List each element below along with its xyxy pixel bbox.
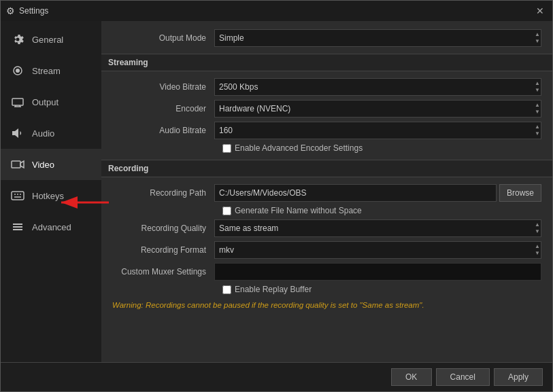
audio-bitrate-select[interactable]: 160 <box>214 122 541 139</box>
sidebar-item-hotkeys[interactable]: Hotkeys <box>1 180 101 211</box>
replay-buffer-label[interactable]: Enable Replay Buffer <box>222 285 312 294</box>
advanced-icon <box>10 219 25 234</box>
sidebar-label-general: General <box>32 35 63 45</box>
recording-quality-select-wrapper: Same as stream ▲ ▼ <box>214 219 541 237</box>
recording-format-select-wrapper: mkv ▲ ▼ <box>214 241 541 259</box>
output-mode-select[interactable]: Simple <box>214 29 541 47</box>
sidebar-label-output: Output <box>32 97 58 107</box>
audio-icon <box>10 126 25 141</box>
video-icon <box>10 157 25 172</box>
sidebar-item-audio[interactable]: Audio <box>1 118 101 149</box>
sidebar-item-general[interactable]: General <box>1 24 101 55</box>
hotkeys-icon <box>10 188 25 203</box>
advanced-encoder-label[interactable]: Enable Advanced Encoder Settings <box>222 143 363 153</box>
streaming-section-header: Streaming <box>101 54 552 71</box>
svg-rect-3 <box>12 192 24 200</box>
output-icon <box>10 94 25 109</box>
recording-quality-row: Recording Quality Same as stream ▲ ▼ <box>112 219 541 237</box>
warning-text: Warning: Recordings cannot be paused if … <box>112 301 541 309</box>
audio-bitrate-select-wrapper: 160 ▲ ▼ <box>214 122 541 139</box>
output-mode-row: Output Mode Simple ▲ ▼ <box>112 29 541 47</box>
sidebar-label-audio: Audio <box>32 128 54 139</box>
recording-path-input[interactable] <box>214 184 497 202</box>
custom-muxer-label: Custom Muxer Settings <box>112 267 214 277</box>
content-area: Output Mode Simple ▲ ▼ Streaming Video B… <box>101 21 552 362</box>
main-content: General Stream <box>1 21 552 362</box>
video-bitrate-row: Video Bitrate 2500 Kbps ▲ ▼ <box>112 78 541 96</box>
recording-format-select[interactable]: mkv <box>214 241 541 259</box>
recording-quality-select[interactable]: Same as stream <box>214 219 541 237</box>
video-bitrate-label: Video Bitrate <box>112 82 214 92</box>
cancel-button[interactable]: Cancel <box>436 368 490 386</box>
sidebar-label-hotkeys: Hotkeys <box>32 191 64 201</box>
generate-filename-row: Generate File Name without Space <box>112 206 541 215</box>
window-icon: ⚙ <box>6 5 15 16</box>
svg-point-0 <box>16 69 20 73</box>
sidebar-item-stream[interactable]: Stream <box>1 55 101 86</box>
video-bitrate-select-wrapper: 2500 Kbps ▲ ▼ <box>214 78 541 96</box>
custom-muxer-input[interactable] <box>214 263 541 281</box>
sidebar: General Stream <box>1 21 101 362</box>
sidebar-item-advanced[interactable]: Advanced <box>1 211 101 243</box>
advanced-encoder-row: Enable Advanced Encoder Settings <box>112 143 541 153</box>
audio-bitrate-label: Audio Bitrate <box>112 126 214 135</box>
stream-icon <box>10 63 25 78</box>
recording-quality-label: Recording Quality <box>112 224 214 233</box>
window-title: Settings <box>19 6 48 16</box>
sidebar-label-stream: Stream <box>32 66 61 76</box>
video-bitrate-select[interactable]: 2500 Kbps <box>214 78 541 96</box>
replay-buffer-row: Enable Replay Buffer <box>112 285 541 294</box>
recording-path-row: Recording Path Browse <box>112 184 541 202</box>
replay-buffer-checkbox[interactable] <box>222 285 231 294</box>
generate-filename-label[interactable]: Generate File Name without Space <box>222 206 362 215</box>
encoder-row: Encoder Hardware (NVENC) ▲ ▼ <box>112 100 541 118</box>
svg-rect-1 <box>12 99 23 105</box>
encoder-select-wrapper: Hardware (NVENC) ▲ ▼ <box>214 100 541 118</box>
browse-button[interactable]: Browse <box>499 184 541 202</box>
svg-rect-2 <box>12 161 20 168</box>
ok-button[interactable]: OK <box>391 368 432 386</box>
output-mode-select-wrapper: Simple ▲ ▼ <box>214 29 541 47</box>
footer: OK Cancel Apply <box>1 362 552 391</box>
generate-filename-checkbox[interactable] <box>222 207 231 215</box>
settings-window: ⚙ Settings ✕ General <box>0 0 553 392</box>
sidebar-item-video[interactable]: Video <box>1 149 101 180</box>
advanced-encoder-checkbox[interactable] <box>222 144 231 153</box>
encoder-select[interactable]: Hardware (NVENC) <box>214 100 541 118</box>
recording-format-label: Recording Format <box>112 245 214 255</box>
gear-icon <box>10 32 25 47</box>
sidebar-label-video: Video <box>32 160 54 170</box>
sidebar-label-advanced: Advanced <box>32 222 71 232</box>
recording-path-wrapper: Browse <box>214 184 541 202</box>
audio-bitrate-row: Audio Bitrate 160 ▲ ▼ <box>112 122 541 139</box>
recording-path-label: Recording Path <box>112 188 214 198</box>
close-button[interactable]: ✕ <box>533 4 547 18</box>
recording-section-header: Recording <box>101 160 552 177</box>
apply-button[interactable]: Apply <box>494 368 543 386</box>
custom-muxer-row: Custom Muxer Settings <box>112 263 541 281</box>
custom-muxer-wrapper <box>214 263 541 281</box>
sidebar-item-output[interactable]: Output <box>1 86 101 118</box>
output-mode-label: Output Mode <box>112 33 214 43</box>
title-bar-left: ⚙ Settings <box>6 5 48 16</box>
recording-format-row: Recording Format mkv ▲ ▼ <box>112 241 541 259</box>
encoder-label: Encoder <box>112 104 214 113</box>
title-bar: ⚙ Settings ✕ <box>1 1 552 21</box>
